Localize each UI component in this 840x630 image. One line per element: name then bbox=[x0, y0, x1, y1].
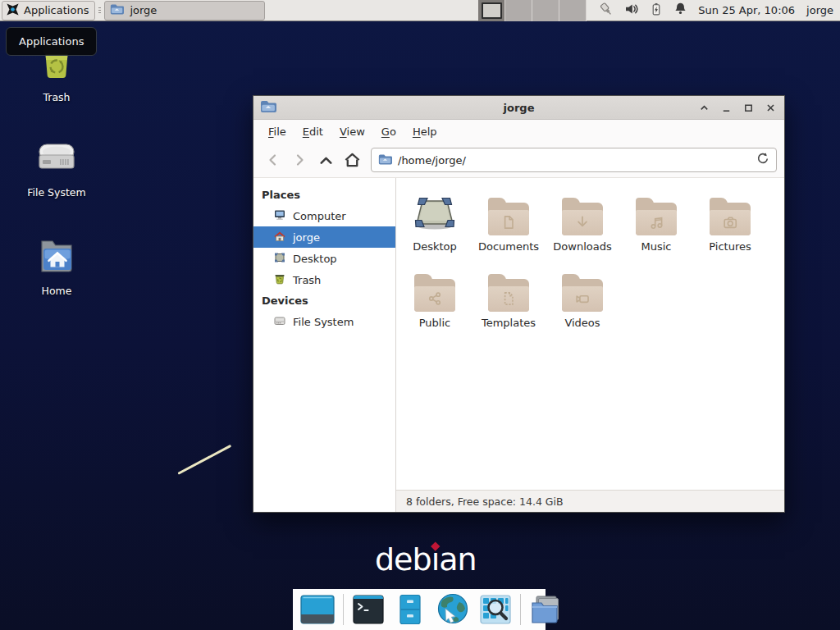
file-pictures[interactable]: Pictures bbox=[693, 186, 767, 253]
trash-small-icon bbox=[273, 272, 286, 288]
workspace-2[interactable] bbox=[505, 0, 532, 21]
panel-grip[interactable] bbox=[97, 4, 103, 17]
workspace-switcher bbox=[478, 0, 587, 21]
menu-bar: File Edit View Go Help bbox=[253, 120, 784, 143]
minimize-button[interactable] bbox=[719, 100, 733, 115]
pictures-folder-icon bbox=[710, 203, 751, 235]
computer-icon bbox=[273, 208, 286, 224]
workspace-4[interactable] bbox=[559, 0, 587, 21]
task-folder-icon bbox=[110, 3, 124, 17]
cursor-line-artifact bbox=[177, 445, 231, 474]
downloads-folder-icon bbox=[562, 203, 603, 235]
file-label: Public bbox=[419, 317, 450, 329]
desktop-trapezoid-icon bbox=[412, 191, 458, 235]
file-label: Documents bbox=[478, 240, 539, 253]
file-music[interactable]: Music bbox=[619, 186, 693, 253]
file-icon-view[interactable]: Desktop Documents bbox=[396, 178, 784, 490]
system-tray bbox=[598, 1, 688, 21]
file-documents[interactable]: Documents bbox=[472, 186, 546, 253]
file-desktop[interactable]: Desktop bbox=[398, 186, 472, 253]
music-folder-icon bbox=[636, 203, 677, 235]
path-value[interactable]: /home/jorge/ bbox=[398, 154, 751, 167]
terminal-launcher[interactable] bbox=[351, 593, 386, 626]
videos-folder-icon bbox=[562, 279, 603, 312]
show-desktop-button[interactable] bbox=[299, 593, 336, 626]
desktop-icon-label: Trash bbox=[43, 91, 70, 103]
templates-folder-icon bbox=[488, 279, 529, 312]
status-bar: 8 folders, Free space: 14.4 GiB bbox=[396, 490, 784, 512]
desktop-icon-label: Home bbox=[42, 285, 72, 297]
hard-drive-icon bbox=[35, 138, 78, 180]
path-entry[interactable]: /home/jorge/ bbox=[371, 148, 777, 172]
file-manager-window: jorge File Edit View Go Help bbox=[253, 95, 785, 513]
sidebar-item-label: Trash bbox=[293, 274, 321, 286]
sidebar-item-computer[interactable]: Computer bbox=[253, 205, 395, 226]
taskbar-window-button[interactable]: jorge bbox=[104, 1, 265, 21]
panel-clock[interactable]: Sun 25 Apr, 10:06 bbox=[698, 4, 795, 16]
desktop-screen: Applications jorge bbox=[0, 0, 840, 630]
volume-icon[interactable] bbox=[623, 1, 640, 21]
menu-view[interactable]: View bbox=[331, 122, 373, 141]
sidebar-item-trash[interactable]: Trash bbox=[253, 269, 395, 290]
application-finder-launcher[interactable] bbox=[478, 593, 513, 626]
file-downloads[interactable]: Downloads bbox=[546, 186, 619, 253]
file-templates[interactable]: Templates bbox=[472, 262, 546, 329]
toolbar: /home/jorge/ bbox=[253, 143, 784, 178]
file-cabinet-launcher[interactable] bbox=[393, 593, 427, 626]
task-window-title: jorge bbox=[130, 4, 157, 16]
home-button[interactable] bbox=[340, 148, 364, 172]
window-titlebar[interactable]: jorge bbox=[253, 96, 784, 120]
file-videos[interactable]: Videos bbox=[546, 262, 619, 329]
forward-button[interactable] bbox=[287, 148, 312, 172]
close-button[interactable] bbox=[763, 100, 778, 115]
home-folder-icon bbox=[36, 236, 77, 279]
network-plug-icon[interactable] bbox=[598, 1, 614, 21]
menu-file[interactable]: File bbox=[260, 122, 294, 141]
notification-bell-icon[interactable] bbox=[673, 1, 688, 20]
places-sidebar: Places Computer jorge bbox=[253, 178, 396, 512]
panel-username: jorge bbox=[806, 4, 833, 16]
back-button[interactable] bbox=[261, 148, 285, 172]
file-public[interactable]: Public bbox=[398, 262, 472, 329]
desktop-icon-file-system[interactable]: File System bbox=[16, 138, 98, 199]
sidebar-item-desktop[interactable]: Desktop bbox=[253, 248, 395, 269]
up-button[interactable] bbox=[313, 148, 338, 172]
file-label: Desktop bbox=[413, 240, 457, 253]
desktop-icon-home[interactable]: Home bbox=[16, 236, 98, 297]
workspace-1[interactable] bbox=[478, 0, 505, 21]
applications-tooltip: Applications bbox=[6, 27, 97, 56]
maximize-button[interactable] bbox=[741, 100, 756, 115]
file-label: Music bbox=[641, 240, 672, 253]
menu-go[interactable]: Go bbox=[373, 122, 404, 141]
applications-menu-button[interactable]: Applications bbox=[2, 1, 95, 21]
sidebar-item-jorge[interactable]: jorge bbox=[253, 226, 395, 248]
bottom-dock bbox=[293, 589, 546, 630]
path-folder-icon bbox=[378, 153, 392, 168]
hard-drive-small-icon bbox=[273, 314, 286, 330]
sidebar-item-label: Desktop bbox=[293, 253, 337, 265]
web-browser-launcher[interactable] bbox=[435, 592, 471, 627]
file-label: Videos bbox=[564, 317, 600, 329]
battery-charging-icon[interactable] bbox=[649, 1, 664, 21]
reload-icon[interactable] bbox=[756, 152, 769, 168]
dock-separator bbox=[343, 594, 344, 625]
shade-button[interactable] bbox=[696, 100, 711, 115]
sidebar-header-devices: Devices bbox=[253, 290, 395, 311]
menu-help[interactable]: Help bbox=[404, 122, 445, 141]
sidebar-item-label: File System bbox=[293, 316, 354, 328]
file-label: Pictures bbox=[709, 240, 751, 253]
sidebar-item-file-system[interactable]: File System bbox=[253, 311, 395, 332]
window-folder-icon bbox=[260, 99, 276, 116]
applications-icon bbox=[6, 2, 20, 19]
sidebar-item-label: jorge bbox=[293, 231, 320, 244]
debian-logo: debıan bbox=[375, 541, 477, 581]
applications-label: Applications bbox=[24, 4, 89, 16]
directory-menu-launcher[interactable] bbox=[528, 593, 561, 626]
home-icon bbox=[273, 230, 286, 245]
sidebar-header-places: Places bbox=[253, 185, 395, 205]
menu-edit[interactable]: Edit bbox=[294, 122, 331, 141]
workspace-3[interactable] bbox=[532, 0, 559, 21]
workspace-window-preview bbox=[482, 2, 502, 19]
dock-separator bbox=[520, 594, 521, 625]
debian-logo-text: an bbox=[439, 541, 476, 578]
